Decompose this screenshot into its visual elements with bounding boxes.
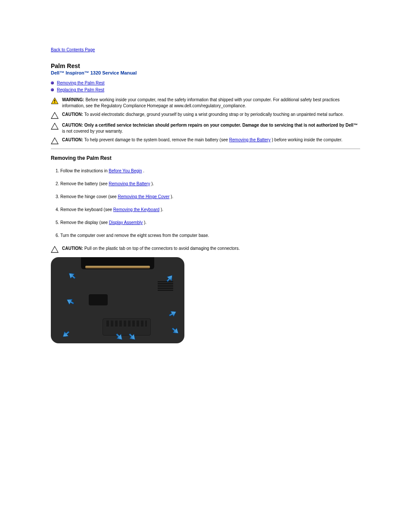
alert-caution-2-bold: Only a certified service technician shou…: [84, 123, 358, 128]
alert-warning: WARNING: Before working inside your comp…: [51, 97, 360, 109]
alert-caution-inline: CAUTION: Pull on the plastic tab on top …: [51, 246, 360, 254]
caution-icon: [51, 137, 59, 145]
step-1-link[interactable]: Before You Begin: [109, 168, 142, 173]
alert-caution-3-text: CAUTION: To help prevent damage to the s…: [62, 137, 360, 143]
removing-steps: Follow the instructions in Before You Be…: [51, 168, 360, 239]
screw-arrow-icon: [61, 330, 71, 339]
screw-arrow-icon: [115, 332, 124, 342]
step-4-link[interactable]: Removing the Keyboard: [113, 207, 159, 212]
alert-caution-inline-lead: CAUTION:: [62, 246, 83, 251]
step-5-after: ).: [144, 220, 146, 225]
computer-base-photo: [51, 257, 184, 343]
svg-marker-6: [51, 246, 58, 252]
alert-caution-3: CAUTION: To help prevent damage to the s…: [51, 137, 360, 145]
svg-marker-3: [51, 112, 58, 118]
caution-icon: [51, 123, 59, 131]
step-3-before: Remove the hinge cover (see: [60, 194, 118, 199]
step-3-after: ).: [171, 194, 173, 199]
caution-icon: [51, 246, 59, 254]
back-to-contents-link[interactable]: Back to Contents Page: [51, 47, 95, 52]
step-1-after: .: [143, 168, 144, 173]
alert-caution-2-text: CAUTION: Only a certified service techni…: [62, 122, 360, 134]
alert-caution-3-lead: CAUTION:: [62, 137, 83, 142]
caution-icon: [51, 112, 59, 120]
step-3: Remove the hinge cover (see Removing the…: [60, 194, 360, 200]
alert-caution-1-lead: CAUTION:: [62, 112, 83, 117]
alert-caution-3-after: ) before working inside the computer.: [272, 137, 342, 142]
step-6: Turn the computer over and remove the ei…: [60, 233, 360, 239]
alert-caution-3-link[interactable]: Removing the Battery: [229, 137, 271, 142]
alert-caution-inline-text: CAUTION: Pull on the plastic tab on top …: [62, 246, 360, 252]
toc-bullets: Removing the Palm Rest Replacing the Pal…: [51, 80, 360, 93]
step-2-before: Remove the battery (see: [60, 181, 109, 186]
page-title: Palm Rest: [51, 62, 360, 69]
screw-arrow-icon: [168, 309, 177, 318]
screw-arrow-icon: [165, 274, 174, 283]
step-4-before: Remove the keyboard (see: [60, 207, 113, 212]
step-5-link[interactable]: Display Assembly: [109, 220, 143, 225]
screw-arrow-icon: [67, 271, 77, 280]
step-1: Follow the instructions in Before You Be…: [60, 168, 360, 174]
step-4: Remove the keyboard (see Removing the Ke…: [60, 207, 360, 213]
step-5: Remove the display (see Display Assembly…: [60, 220, 360, 226]
alert-warning-text: WARNING: Before working inside your comp…: [62, 97, 360, 109]
alert-caution-2-after: is not covered by your warranty.: [62, 129, 123, 134]
svg-rect-1: [54, 100, 55, 101]
screw-arrow-icon: [65, 297, 75, 306]
alert-caution-3-before: To help prevent damage to the system boa…: [84, 137, 229, 142]
svg-marker-5: [51, 138, 58, 144]
screw-arrow-icon: [171, 326, 180, 336]
divider: [51, 149, 360, 149]
step-3-link[interactable]: Removing the Hinge Cover: [118, 194, 169, 199]
alert-caution-1-body: To avoid electrostatic discharge, ground…: [84, 112, 344, 117]
step-5-before: Remove the display (see: [60, 220, 109, 225]
alert-warning-lead: WARNING:: [62, 97, 84, 102]
step-2-link[interactable]: Removing the Battery: [109, 181, 150, 186]
alert-warning-body: Before working inside your computer, rea…: [62, 97, 339, 108]
toc-link-replacing[interactable]: Replacing the Palm Rest: [57, 87, 104, 92]
warning-icon: [51, 97, 59, 105]
alert-caution-1-text: CAUTION: To avoid electrostatic discharg…: [62, 112, 360, 118]
step-4-after: ).: [161, 207, 163, 212]
toc-link-removing[interactable]: Removing the Palm Rest: [57, 81, 105, 85]
alert-caution-2: CAUTION: Only a certified service techni…: [51, 122, 360, 134]
removing-heading: Removing the Palm Rest: [51, 155, 360, 161]
alert-caution-2-lead: CAUTION:: [62, 123, 83, 128]
svg-marker-4: [51, 123, 58, 129]
step-6-text: Turn the computer over and remove the ei…: [60, 233, 209, 238]
alert-caution-1: CAUTION: To avoid electrostatic discharg…: [51, 112, 360, 120]
step-1-before: Follow the instructions in: [60, 168, 109, 173]
step-2-after: ).: [151, 181, 154, 186]
svg-rect-2: [54, 102, 55, 103]
alert-caution-inline-body: Pull on the plastic tab on top of the co…: [84, 246, 240, 251]
manual-title: Dell™ Inspiron™ 1320 Service Manual: [51, 70, 360, 75]
step-2: Remove the battery (see Removing the Bat…: [60, 181, 360, 187]
screw-arrow-icon: [128, 332, 137, 342]
